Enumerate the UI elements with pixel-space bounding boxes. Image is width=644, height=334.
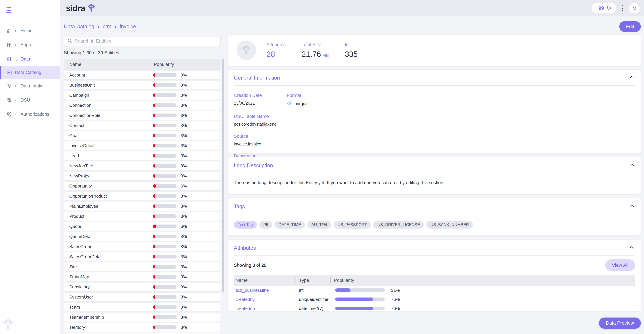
collapse-chevron-up-icon[interactable] [630, 204, 634, 208]
table-row[interactable]: Team 3% [64, 303, 220, 311]
entity-name: SalesOrder [64, 244, 92, 249]
breadcrumb-data-catalog[interactable]: Data Catalog [64, 24, 94, 30]
tag-pill[interactable]: Test Tag [234, 221, 257, 229]
table-row[interactable]: NewProject 3% [64, 172, 220, 180]
popularity-bar-fill [153, 103, 155, 107]
entity-name: SalesOrderDetail [64, 254, 102, 259]
attributes-card: Attributes Showing 3 of 28 View All Name… [228, 240, 641, 311]
table-row[interactable]: Connection 3% [64, 101, 220, 110]
tag-pill[interactable]: US_DRIVER_LICENSE [373, 221, 424, 229]
menu-hamburger-icon[interactable] [6, 8, 12, 13]
more-options-button[interactable] [621, 4, 624, 12]
attribute-name-link[interactable]: axz_businessline [234, 288, 269, 293]
popularity-bar [153, 164, 176, 168]
sidebar-item-dsu[interactable]: › DSU [0, 93, 60, 107]
popularity-value: 3% [180, 194, 187, 199]
popularity-bar-fill [153, 144, 155, 148]
chevron-right-icon: › [15, 83, 19, 89]
popularity-bar-fill [335, 297, 373, 301]
stat-value: 21.76MB [302, 50, 329, 59]
popularity-value: 3% [180, 83, 187, 88]
view-all-button[interactable]: View All [605, 259, 635, 271]
sidebar-item-apps[interactable]: › Apps [0, 38, 60, 52]
tags-card: Tags Test Tag PII DATE_TIME AU_TFN US_PA… [228, 198, 641, 235]
table-row[interactable]: Territory 3% [64, 323, 220, 332]
parquet-icon [287, 101, 292, 107]
attribute-name-link[interactable]: createdby [234, 297, 255, 302]
table-row[interactable]: createdon datetime2(7) 76% [234, 304, 635, 313]
table-row[interactable]: Lead 3% [64, 151, 220, 160]
tag-pill[interactable]: US_PASSPORT [334, 221, 371, 229]
scrollbar-thumb[interactable] [222, 59, 224, 292]
table-row[interactable]: createdby uniqueidentifier 76% [234, 295, 635, 304]
table-row[interactable]: SystemUser 3% [64, 293, 220, 301]
attribute-name-link[interactable]: createdon [234, 306, 255, 311]
data-preview-button[interactable]: Data Preview [599, 317, 641, 328]
table-row[interactable]: Subsidiary 3% [64, 282, 220, 291]
sidebar-item-data-intake[interactable]: › Data Intake [0, 79, 60, 93]
table-row[interactable]: ConnectionRole 3% [64, 111, 220, 120]
table-row[interactable]: NewJobTitle 3% [64, 161, 220, 170]
sidebar-item-data-catalog[interactable]: Data Catalog [0, 66, 60, 79]
popularity-bar-fill [153, 204, 155, 208]
popularity-bar [153, 114, 176, 117]
field-value: pcsicoredevstadlakene [234, 122, 635, 127]
apps-grid-icon [6, 42, 12, 48]
table-row[interactable]: PlainEmployee 3% [64, 202, 220, 211]
table-row[interactable]: StringMap 3% [64, 272, 220, 281]
search-input[interactable] [75, 38, 218, 44]
table-row[interactable]: axz_businessline int 31% [234, 286, 635, 295]
table-row[interactable]: BusinessUnit 3% [64, 81, 220, 90]
table-row[interactable]: TeamMembership 3% [64, 313, 220, 321]
collapse-chevron-up-icon[interactable] [630, 246, 634, 249]
table-row[interactable]: Site 3% [64, 262, 220, 271]
popularity-value: 6% [180, 224, 187, 229]
collapse-chevron-up-icon[interactable] [630, 163, 634, 167]
table-row[interactable]: Contact 3% [64, 121, 220, 130]
topbar: sidra +99 M [60, 0, 644, 16]
edit-button[interactable]: Edit [619, 21, 641, 32]
sidebar-item-label: Data Catalog [15, 70, 41, 75]
tag-pill[interactable]: PII [259, 221, 272, 229]
sidebar-item-data[interactable]: ⌄ Data [0, 52, 60, 66]
topbar-actions: +99 M [592, 3, 644, 14]
long-description-card: Long Description There is no long descri… [228, 157, 641, 194]
table-row[interactable]: Goal 3% [64, 131, 220, 140]
entity-name: BusinessUnit [64, 83, 95, 88]
tag-pill[interactable]: DATE_TIME [274, 221, 305, 229]
popularity-bar-fill [153, 224, 156, 228]
table-row[interactable]: Campaign 3% [64, 91, 220, 100]
field-value: parquet [287, 101, 309, 107]
breadcrumb-row: Data Catalog › crm › invoice Edit [64, 21, 641, 32]
popularity-value: 3% [180, 73, 187, 78]
entity-list-scrollbar[interactable] [222, 59, 224, 328]
entity-table-header: Name Popularity [64, 59, 220, 70]
user-avatar[interactable]: M [629, 3, 640, 14]
entity-name: Account [64, 73, 85, 78]
sidebar-item-authorizations[interactable]: › Authorizations [0, 107, 60, 121]
table-row[interactable]: QuoteDetail 3% [64, 232, 220, 241]
tag-pill[interactable]: AU_TFN [307, 221, 331, 229]
entity-name: Subsidiary [64, 284, 90, 290]
table-row[interactable]: Account 3% [64, 71, 220, 79]
table-row[interactable]: Opportunity 6% [64, 182, 220, 190]
sidebar-item-home[interactable]: › Home [0, 24, 60, 38]
collapse-chevron-up-icon[interactable] [630, 76, 634, 79]
popularity-bar-fill [153, 285, 155, 289]
breadcrumb-invoice[interactable]: invoice [120, 24, 136, 30]
popularity-bar-fill [153, 134, 155, 137]
table-row[interactable]: InvoiceDetail 3% [64, 141, 220, 150]
table-row[interactable]: SalesOrder 3% [64, 242, 220, 251]
table-row[interactable]: Product 3% [64, 212, 220, 221]
search-icon [67, 38, 72, 44]
notifications-button[interactable]: +99 [592, 3, 616, 14]
breadcrumb-crm[interactable]: crm [103, 24, 112, 30]
tag-pill[interactable]: US_BANK_NUMBER [426, 221, 473, 229]
table-row[interactable]: OpportunityProduct 3% [64, 192, 220, 200]
table-row[interactable]: SalesOrderDetail 3% [64, 252, 220, 261]
column-header-name: Name [234, 278, 296, 283]
popularity-bar [153, 275, 176, 279]
table-row[interactable]: Quote 6% [64, 222, 220, 231]
long-description-text: There is no long description for this En… [234, 180, 635, 185]
entity-name: Quote [64, 224, 81, 229]
